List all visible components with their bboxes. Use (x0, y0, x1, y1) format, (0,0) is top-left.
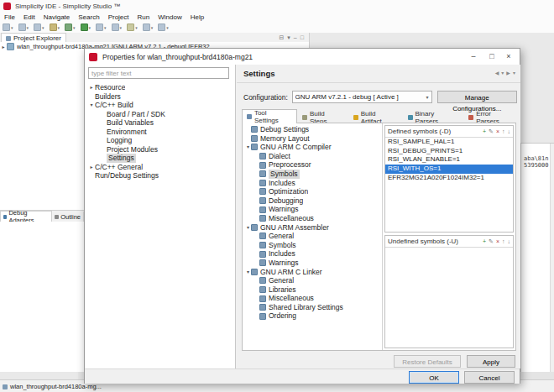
menu-item[interactable]: Navigate (39, 13, 75, 21)
forward-button[interactable]: ▾ (158, 24, 169, 31)
dialog-titlebar[interactable]: Properties for wlan_throughput-brd4180a-… (85, 49, 520, 65)
add-symbol-icon[interactable]: + (483, 238, 486, 245)
properties-nav-item[interactable]: Build Variables (85, 118, 234, 128)
tree-arrow-icon[interactable]: ▾ (245, 143, 251, 152)
tool-settings-item[interactable]: Includes (243, 249, 382, 259)
forward-icon[interactable] (158, 24, 165, 31)
minimize-view-icon[interactable]: – (294, 34, 297, 41)
tool-settings-item[interactable]: Memory Layout (243, 134, 382, 144)
tab-outline[interactable]: Outline (52, 212, 84, 222)
delete-symbol-icon[interactable]: × (496, 128, 499, 135)
back-icon[interactable]: ◀ (495, 70, 499, 76)
edit-symbol-icon[interactable]: ✎ (489, 128, 494, 135)
forward-icon[interactable]: ▶ (506, 70, 510, 76)
properties-nav-item[interactable]: Settings (85, 154, 234, 163)
settings-tab[interactable]: Binary Parsers (403, 111, 464, 123)
dropdown-caret-icon[interactable]: ▾ (73, 25, 76, 30)
add-symbol-icon[interactable]: + (483, 128, 486, 135)
properties-nav-item[interactable]: Builders (85, 92, 234, 102)
filter-input[interactable] (88, 67, 229, 79)
move-down-icon[interactable]: ↓ (508, 128, 511, 135)
tool-settings-item[interactable]: Warnings (243, 205, 382, 214)
save-all-button[interactable]: ▾ (34, 24, 44, 31)
tool-settings-item[interactable]: Miscellaneous (243, 294, 382, 303)
ok-button[interactable]: OK (409, 371, 459, 384)
symbol-row[interactable]: RSI_SAMPLE_HAL=1 (385, 138, 513, 147)
build-icon[interactable] (50, 24, 57, 31)
tool-settings-item[interactable]: Symbols (243, 170, 382, 179)
tool-settings-item[interactable]: Shared Library Settings (243, 303, 382, 312)
tool-settings-item[interactable]: Warnings (243, 259, 382, 268)
dropdown-caret-icon[interactable]: ▾ (11, 25, 13, 30)
tool-settings-item[interactable]: Debug Settings (243, 125, 382, 134)
tree-arrow-icon[interactable]: ▾ (245, 223, 251, 233)
tool-settings-item[interactable]: Includes (243, 179, 382, 188)
manage-configurations-button[interactable]: Manage Configurations... (437, 91, 517, 103)
configuration-select[interactable]: GNU ARM v7.2.1 - debug [ Active ] ▾ (292, 91, 432, 103)
dropdown-caret-icon[interactable]: ▾ (104, 25, 107, 30)
tab-debug-adapters[interactable]: Debug Adapters (0, 211, 52, 222)
symbol-row[interactable]: RSI_WLAN_ENABLE=1 (385, 155, 513, 165)
tool-settings-item[interactable]: Preprocessor (243, 160, 382, 170)
run-icon[interactable] (81, 24, 88, 31)
apply-button[interactable]: Apply (467, 355, 515, 368)
save-icon[interactable] (18, 24, 26, 31)
tool-settings-item[interactable]: Debugging (243, 196, 382, 206)
external-tools-icon[interactable] (112, 24, 119, 31)
save-all-icon[interactable] (34, 24, 41, 31)
menu-item[interactable]: Search (74, 13, 103, 21)
dropdown-caret-icon[interactable]: ▾ (42, 25, 44, 30)
properties-nav-item[interactable]: ▸ Resource (85, 83, 234, 92)
back-icon[interactable] (143, 24, 150, 31)
new-icon[interactable] (3, 24, 10, 31)
properties-nav-item[interactable]: ▾ C/C++ Build (85, 101, 234, 110)
symbol-row[interactable]: RSI_DEBUG_PRINTS=1 (385, 147, 513, 156)
build-button[interactable]: ▾ (50, 24, 60, 31)
properties-nav-item[interactable]: Project Modules (85, 145, 234, 154)
settings-tab[interactable]: Build Artifact (348, 111, 403, 123)
tool-settings-item[interactable]: Dialect (243, 152, 382, 161)
tree-arrow-icon[interactable]: ▸ (88, 83, 95, 92)
search-button[interactable]: ▾ (127, 24, 138, 31)
tool-settings-item[interactable]: ▾ GNU ARM Assembler (243, 223, 382, 233)
minimize-icon[interactable]: – (464, 49, 483, 65)
menu-item[interactable]: File (0, 13, 19, 21)
menu-item[interactable]: Help (186, 13, 208, 21)
cancel-button[interactable]: Cancel (464, 371, 515, 384)
move-up-icon[interactable]: ↑ (502, 238, 505, 245)
edit-symbol-icon[interactable]: ✎ (489, 238, 494, 245)
settings-tab[interactable]: Tool Settings (242, 109, 297, 123)
properties-nav-item[interactable]: Run/Debug Settings (85, 171, 234, 180)
dropdown-caret-icon[interactable]: ▾ (58, 25, 60, 30)
tree-arrow-icon[interactable]: ▸ (88, 163, 95, 172)
back-button[interactable]: ▾ (143, 24, 154, 31)
save-button[interactable]: ▾ (18, 24, 29, 31)
settings-tab[interactable]: Build Steps (297, 111, 348, 123)
search-icon[interactable] (127, 24, 134, 31)
tool-settings-item[interactable]: Symbols (243, 241, 382, 250)
tree-arrow-icon[interactable]: ▾ (88, 101, 95, 110)
restore-defaults-button[interactable]: Restore Defaults (394, 355, 461, 368)
scrollbar[interactable] (550, 144, 554, 372)
tool-settings-item[interactable]: General (243, 232, 382, 241)
run-button[interactable]: ▾ (81, 24, 91, 31)
menu-item[interactable]: Window (154, 13, 186, 21)
dropdown-caret-icon[interactable]: ▾ (151, 25, 154, 30)
maximize-view-icon[interactable]: □ (301, 34, 304, 41)
dropdown-caret-icon[interactable]: ▾ (27, 25, 29, 30)
tree-arrow-icon[interactable]: ▾ (245, 268, 251, 277)
dropdown-caret-icon[interactable]: ▾ (135, 25, 138, 30)
menu-item[interactable]: Run (133, 13, 154, 21)
tool-settings-item[interactable]: Optimization (243, 187, 382, 196)
tool-settings-item[interactable]: General (243, 276, 382, 285)
collapse-all-icon[interactable]: ⊟ (279, 34, 284, 41)
new-button[interactable]: ▾ (3, 24, 13, 31)
properties-nav-item[interactable]: ▸ C/C++ General (85, 163, 234, 172)
menu-item[interactable]: Edit (19, 13, 39, 21)
tree-arrow-icon[interactable]: ▸ (0, 44, 7, 50)
dropdown-caret-icon[interactable]: ▾ (120, 25, 123, 30)
properties-nav-item[interactable]: Environment (85, 128, 234, 137)
symbol-row[interactable]: EFR32MG21A020F1024IM32=1 (385, 174, 513, 183)
tool-settings-item[interactable]: ▾ GNU ARM C Linker (243, 268, 382, 277)
properties-nav-item[interactable]: Board / Part / SDK (85, 110, 234, 119)
